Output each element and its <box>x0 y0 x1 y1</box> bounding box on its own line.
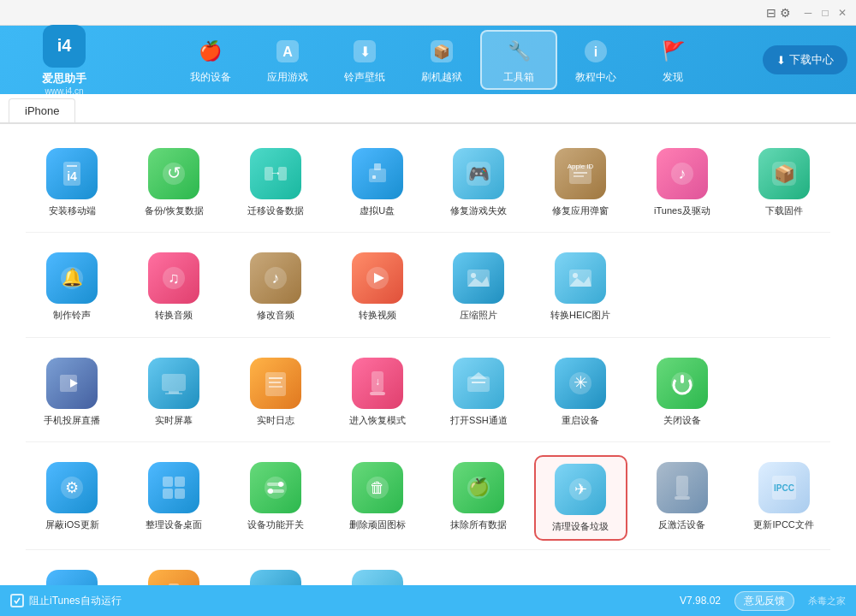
block-ios-update-label: 屏蔽iOS更新 <box>45 518 98 530</box>
tool-convert-heic[interactable]: 转换HEIC图片 <box>534 246 627 328</box>
skip-setup-icon: → <box>250 570 301 585</box>
minimize-button[interactable]: ─ <box>801 6 815 20</box>
svg-rect-55 <box>370 392 385 395</box>
tool-fix-game[interactable]: 🎮 修复游戏失效 <box>432 141 526 223</box>
tool-restart-device[interactable]: ✳ 重启设备 <box>534 351 627 433</box>
deactivate-label: 反激活设备 <box>658 518 705 530</box>
tool-shutdown-device[interactable]: 关闭设备 <box>636 351 729 433</box>
apple-icon: 🍎 <box>195 36 226 67</box>
nav-item-app-game[interactable]: A 应用游戏 <box>249 30 326 90</box>
tool-make-ringtone[interactable]: 🔔 制作铃声 <box>26 246 119 328</box>
migrate-data-icon: → <box>250 148 301 199</box>
recovery-mode-label: 进入恢复模式 <box>349 414 406 426</box>
tool-fake-location[interactable]: 虚拟定位 <box>26 563 119 585</box>
update-ipcc-label: 更新IPCC文件 <box>753 518 813 530</box>
tool-device-func-switch[interactable]: 设备功能开关 <box>229 455 323 541</box>
svg-point-40 <box>471 273 476 278</box>
device-func-switch-icon <box>250 462 301 513</box>
feedback-button[interactable]: 意见反馈 <box>734 591 794 611</box>
tool-delete-stubborn-icon[interactable]: 🗑 删除顽固图标 <box>330 455 424 541</box>
svg-text:→: → <box>270 166 282 180</box>
fix-game-icon: 🎮 <box>453 148 504 199</box>
download-firmware-label: 下载固件 <box>765 204 803 216</box>
itunes-label: 阻止iTunes自动运行 <box>29 594 122 608</box>
screen-cast-icon <box>46 358 98 409</box>
convert-video-label: 转换视频 <box>359 309 396 321</box>
tool-virtual-udisk[interactable]: 虚拟U盘 <box>330 141 424 223</box>
svg-text:📦: 📦 <box>433 44 450 60</box>
svg-rect-66 <box>163 477 173 487</box>
maximize-button[interactable]: □ <box>818 6 832 20</box>
nav-item-my-device[interactable]: 🍎 我的设备 <box>172 30 249 90</box>
nav-label-discover: 发现 <box>663 70 683 85</box>
tool-download-firmware[interactable]: 📦 下载固件 <box>737 141 830 223</box>
nav-item-jailbreak[interactable]: 📦 刷机越狱 <box>403 30 480 90</box>
nav-label-app-game: 应用游戏 <box>267 70 308 85</box>
tool-real-log[interactable]: 实时日志 <box>229 351 323 433</box>
download-firmware-icon: 📦 <box>758 148 810 199</box>
tool-screen-cast[interactable]: 手机投屏直播 <box>26 351 119 433</box>
download-center-button[interactable]: ⬇ 下载中心 <box>763 45 847 74</box>
download-label: 下载中心 <box>789 52 834 68</box>
row-separator-2 <box>26 337 830 338</box>
titlebar: ⊟ ⚙ ─ □ ✕ <box>0 0 856 26</box>
itunes-checkbox[interactable] <box>10 594 24 607</box>
tool-recovery-mode[interactable]: ↓ 进入恢复模式 <box>330 351 424 433</box>
convert-audio-icon: ♫ <box>148 252 199 304</box>
svg-rect-11 <box>67 165 77 167</box>
tool-edit-audio[interactable]: ♪ 修改音频 <box>229 246 323 328</box>
svg-text:♪: ♪ <box>678 165 686 182</box>
itunes-driver-label: iTunes及驱动 <box>654 204 710 216</box>
delete-stubborn-icon-label: 删除顽固图标 <box>349 518 406 530</box>
tool-itunes-driver[interactable]: ♪ iTunes及驱动 <box>636 141 729 223</box>
tool-deactivate[interactable]: 反激活设备 <box>636 455 729 541</box>
status-left: 阻止iTunes自动运行 <box>10 594 122 608</box>
svg-rect-87 <box>169 583 179 585</box>
nav-item-tutorial[interactable]: i 教程中心 <box>557 30 634 90</box>
fix-app-crash-label: 修复应用弹窗 <box>552 204 609 216</box>
tool-fix-app-crash[interactable]: Apple ID 修复应用弹窗 <box>534 141 627 223</box>
tool-install-ipa[interactable]: i4 安装移动端 <box>26 141 119 223</box>
virtual-udisk-icon <box>352 148 403 199</box>
svg-rect-59 <box>472 382 485 383</box>
svg-text:Apple ID: Apple ID <box>568 163 594 170</box>
tool-convert-audio[interactable]: ♫ 转换音频 <box>128 246 221 328</box>
tool-erase-all-data[interactable]: 🍏 抹除所有数据 <box>432 455 526 541</box>
open-ssh-label: 打开SSH通道 <box>450 414 508 426</box>
svg-rect-63 <box>681 375 684 383</box>
svg-rect-81 <box>676 476 688 496</box>
watermark: 杀毒之家 <box>808 595 846 607</box>
nav-item-ringtone[interactable]: ⬇ 铃声壁纸 <box>326 30 403 90</box>
nav-item-discover[interactable]: 🚩 发现 <box>634 30 711 90</box>
tool-organize-desktop[interactable]: 整理设备桌面 <box>128 455 221 541</box>
tool-real-screen[interactable]: 实时屏幕 <box>128 351 221 433</box>
svg-text:⚙: ⚙ <box>65 479 79 496</box>
nav-item-toolbox[interactable]: 🔧 工具箱 <box>480 30 557 90</box>
convert-heic-label: 转换HEIC图片 <box>550 309 610 321</box>
install-ipa-label: 安装移动端 <box>49 204 96 216</box>
tool-block-ios-update[interactable]: ⚙ 屏蔽iOS更新 <box>26 455 119 541</box>
tool-break-time-limit[interactable]: 破解时间限额 <box>128 563 221 585</box>
restart-device-icon: ✳ <box>555 358 606 409</box>
tool-convert-video[interactable]: 转换视频 <box>330 246 424 328</box>
recovery-mode-icon: ↓ <box>352 358 403 409</box>
status-right: V7.98.02 意见反馈 杀毒之家 <box>680 591 846 611</box>
erase-all-data-label: 抹除所有数据 <box>450 518 507 530</box>
svg-text:🔔: 🔔 <box>62 267 83 287</box>
close-button[interactable]: ✕ <box>835 6 849 20</box>
tab-iphone[interactable]: iPhone <box>9 98 75 122</box>
tool-open-ssh[interactable]: 打开SSH通道 <box>432 351 526 433</box>
svg-text:A: A <box>282 44 293 59</box>
tool-backup-guide[interactable]: ↑ 备份引导区数据 <box>330 563 424 585</box>
tool-update-ipcc[interactable]: IPCC 更新IPCC文件 <box>737 455 830 541</box>
break-time-limit-icon <box>148 570 199 585</box>
tool-clean-junk[interactable]: ✈ 清理设备垃圾 <box>534 455 627 541</box>
tool-backup-restore[interactable]: ↺ 备份/恢复数据 <box>128 141 221 223</box>
tool-skip-setup[interactable]: → 跳过设置向导 <box>229 563 323 585</box>
tool-migrate-data[interactable]: → 迁移设备数据 <box>229 141 323 223</box>
download-icon: ⬇ <box>776 54 786 67</box>
tool-compress-photo[interactable]: 压缩照片 <box>432 246 526 328</box>
compress-photo-label: 压缩照片 <box>460 309 497 321</box>
svg-text:↓: ↓ <box>375 376 380 388</box>
svg-rect-50 <box>265 372 286 396</box>
